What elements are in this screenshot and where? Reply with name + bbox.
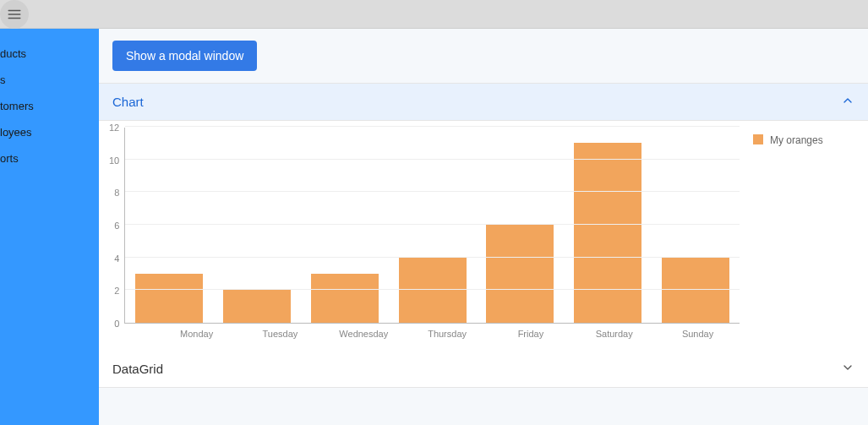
sidebar-item-reports[interactable]: orts [0,145,99,172]
sidebar: ducts s tomers loyees orts [0,29,99,425]
accordion-title: DataGrid [112,362,163,376]
chevron-down-icon [841,361,854,377]
sidebar-item-label: tomers [0,100,34,112]
chart-x-tick: Thursday [413,329,481,339]
top-bar [0,0,868,29]
chart-y-tick: 12 [109,123,119,156]
chart-bar [574,143,641,323]
chart-bar [135,274,203,323]
chart-y-tick: 10 [109,156,119,189]
sidebar-item-customers[interactable]: tomers [0,93,99,119]
sidebar-item-employees[interactable]: loyees [0,119,99,145]
chevron-up-icon [841,94,854,110]
sidebar-item-label: loyees [0,126,32,139]
sidebar-item-label: orts [0,152,19,165]
sidebar-item-products[interactable]: ducts [0,41,99,67]
chart-x-tick: Friday [497,329,565,339]
chart-bar [311,274,379,323]
main-content: Show a modal window Chart 121086420 Mond… [99,29,868,425]
chart-plot-area [124,128,740,324]
chart-x-tick: Sunday [664,329,732,339]
legend-swatch [753,134,763,144]
chart: 121086420 MondayTuesdayWednesdayThursday… [109,128,858,339]
chart-y-tick: 6 [114,221,119,254]
sidebar-item-generic[interactable]: s [0,67,99,93]
chart-x-axis: MondayTuesdayWednesdayThursdayFridaySatu… [155,324,740,339]
accordion: Chart 121086420 MondayTuesdayWednesdayTh… [99,83,868,388]
chart-bar [223,290,291,323]
chart-legend: My oranges [740,128,858,146]
accordion-title: Chart [112,95,144,109]
accordion-body-chart: 121086420 MondayTuesdayWednesdayThursday… [99,121,868,351]
chart-bar [486,225,554,323]
chart-y-tick: 2 [114,286,119,319]
chart-y-axis: 121086420 [109,128,124,324]
chart-x-tick: Monday [163,329,231,339]
show-modal-button[interactable]: Show a modal window [112,41,257,71]
hamburger-menu-button[interactable] [0,0,29,29]
chart-y-tick: 8 [114,188,119,221]
legend-label: My oranges [770,134,823,146]
chart-x-tick: Tuesday [246,329,314,339]
chart-x-tick: Wednesday [330,329,397,339]
action-bar: Show a modal window [99,29,868,83]
chart-x-tick: Saturday [581,329,648,339]
chart-y-tick: 4 [114,254,119,287]
hamburger-icon [7,7,22,22]
sidebar-item-label: ducts [0,47,26,60]
accordion-header-chart[interactable]: Chart [99,84,868,121]
sidebar-item-label: s [0,74,6,86]
accordion-header-datagrid[interactable]: DataGrid [99,351,868,388]
